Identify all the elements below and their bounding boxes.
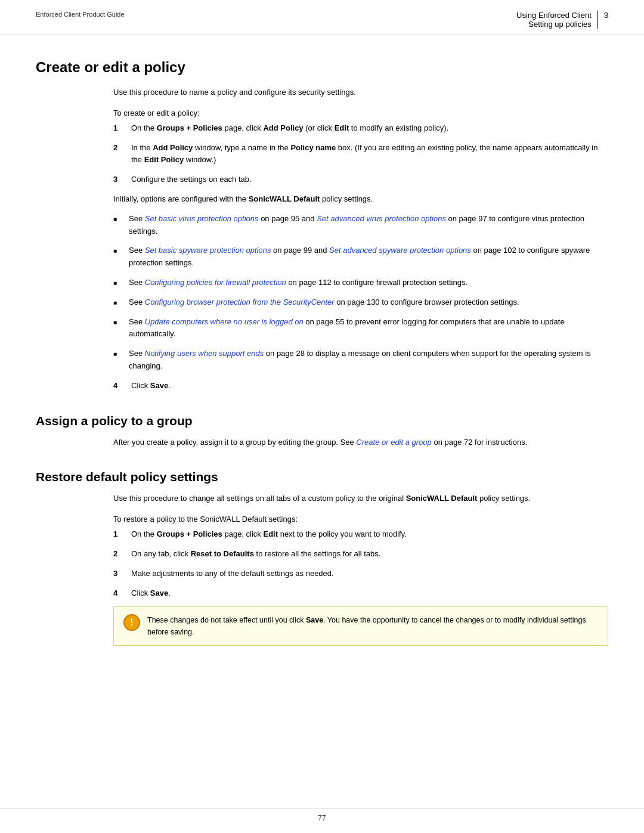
link-create-edit-group[interactable]: Create or edit a group [356,438,431,447]
link-basic-spyware[interactable]: Set basic spyware protection options [145,246,271,255]
bullet-1-content: See Set basic virus protection options o… [129,213,608,238]
bullet-1: ■ See Set basic virus protection options… [113,213,608,238]
header-section-title: Using Enforced Client [516,11,592,20]
bullet-3: ■ See Configuring policies for firewall … [113,277,608,289]
step-4: Click Save. [113,380,608,392]
bullet-5: ■ See Update computers where no user is … [113,316,608,341]
bullet-4-content: See Configuring browser protection from … [129,296,608,309]
bullet-5-content: See Update computers where no user is lo… [129,316,608,341]
section2-intro: After you create a policy, assign it to … [113,436,608,449]
s3-step-4: Click Save. [113,587,608,600]
section1-bullet-section: Initially, options are configured with t… [113,193,608,373]
step-1-content: On the Groups + Policies page, click Add… [131,122,608,135]
step-3-content: Configure the settings on each tab. [131,174,608,186]
bullet-icon-5: ■ [113,318,124,327]
header-right-text: Using Enforced Client Setting up policie… [516,11,592,29]
s3-step-1: On the Groups + Policies page, click Edi… [113,528,608,541]
bullet-icon-3: ■ [113,278,124,288]
header-right: Using Enforced Client Setting up policie… [516,11,608,29]
step-2-content: In the Add Policy window, type a name in… [131,142,608,167]
section1-procedure-label: To create or edit a policy: [113,109,608,117]
link-update-computers[interactable]: Update computers where no user is logged… [145,317,304,326]
s3-step-1-content: On the Groups + Policies page, click Edi… [131,528,608,541]
section2-title: Assign a policy to a group [36,414,608,428]
link-basic-virus[interactable]: Set basic virus protection options [145,214,259,223]
header-subsection-title: Setting up policies [516,20,592,29]
link-advanced-virus[interactable]: Set advanced virus protection options [317,214,446,223]
section3-procedure-label: To restore a policy to the SonicWALL Def… [113,515,608,524]
link-browser[interactable]: Configuring browser protection from the … [145,298,335,306]
s3-step-2-content: On any tab, click Reset to Defaults to r… [131,548,608,561]
section1-step4-list: Click Save. [113,380,608,392]
bullet-6-content: See Notifying users when support ends on… [129,348,608,373]
bullet-2: ■ See Set basic spyware protection optio… [113,244,608,270]
step-2: In the Add Policy window, type a name in… [113,142,608,167]
note-box: ! These changes do not take effect until… [113,606,608,646]
page-number: 77 [318,814,326,822]
link-firewall[interactable]: Configuring policies for firewall protec… [145,278,286,287]
step-1: On the Groups + Policies page, click Add… [113,122,608,135]
bullet-2-content: See Set basic spyware protection options… [129,244,608,270]
section1-steps: On the Groups + Policies page, click Add… [113,122,608,186]
step-3: Configure the settings on each tab. [113,174,608,186]
page: Enforced Client Product Guide Using Enfo… [0,0,644,833]
s3-step-4-content: Click Save. [131,587,608,600]
section1-intro: Use this procedure to name a policy and … [113,86,608,99]
s3-step-3-content: Make adjustments to any of the default s… [131,568,608,580]
note-icon: ! [123,614,140,631]
section3-steps: On the Groups + Policies page, click Edi… [113,528,608,599]
section3-title: Restore default policy settings [36,470,608,484]
bullet-icon-4: ■ [113,298,124,308]
header-divider [597,11,598,29]
page-header: Enforced Client Product Guide Using Enfo… [0,0,644,35]
bullet-6: ■ See Notifying users when support ends … [113,348,608,373]
link-advanced-spyware[interactable]: Set advanced spyware protection options [329,246,471,255]
initially-text: Initially, options are configured with t… [113,193,608,206]
bullet-3-content: See Configuring policies for firewall pr… [129,277,608,289]
section1-title: Create or edit a policy [36,59,608,76]
step-4-content: Click Save. [131,380,608,392]
bullet-4: ■ See Configuring browser protection fro… [113,296,608,309]
note-text: These changes do not take effect until y… [147,614,598,638]
page-content: Create or edit a policy Use this procedu… [0,35,644,670]
bullet-icon-6: ■ [113,349,124,359]
bullet-icon-2: ■ [113,246,124,256]
s3-step-3: Make adjustments to any of the default s… [113,568,608,580]
s3-step-2: On any tab, click Reset to Defaults to r… [113,548,608,561]
page-footer: 77 [0,809,644,822]
link-notifying-users[interactable]: Notifying users when support ends [145,349,264,358]
chapter-number: 3 [604,11,608,20]
header-guide-title: Enforced Client Product Guide [36,11,125,18]
header-left: Enforced Client Product Guide [36,11,125,18]
bullet-icon-1: ■ [113,215,124,224]
section3-intro: Use this procedure to change all setting… [113,493,608,505]
section1-bullets: ■ See Set basic virus protection options… [113,213,608,373]
